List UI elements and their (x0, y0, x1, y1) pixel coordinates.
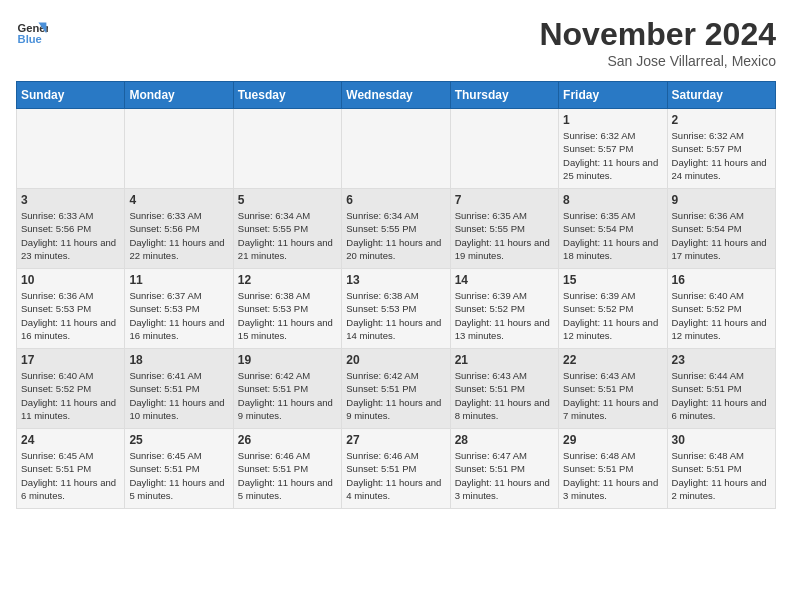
day-number: 14 (455, 273, 554, 287)
calendar-cell: 25Sunrise: 6:45 AM Sunset: 5:51 PM Dayli… (125, 429, 233, 509)
calendar-cell: 6Sunrise: 6:34 AM Sunset: 5:55 PM Daylig… (342, 189, 450, 269)
calendar-cell: 19Sunrise: 6:42 AM Sunset: 5:51 PM Dayli… (233, 349, 341, 429)
month-title: November 2024 (539, 16, 776, 53)
location-subtitle: San Jose Villarreal, Mexico (539, 53, 776, 69)
calendar-cell: 7Sunrise: 6:35 AM Sunset: 5:55 PM Daylig… (450, 189, 558, 269)
calendar-cell (17, 109, 125, 189)
day-number: 6 (346, 193, 445, 207)
day-info: Sunrise: 6:44 AM Sunset: 5:51 PM Dayligh… (672, 369, 771, 422)
day-info: Sunrise: 6:42 AM Sunset: 5:51 PM Dayligh… (238, 369, 337, 422)
day-info: Sunrise: 6:39 AM Sunset: 5:52 PM Dayligh… (563, 289, 662, 342)
calendar-cell: 1Sunrise: 6:32 AM Sunset: 5:57 PM Daylig… (559, 109, 667, 189)
day-number: 10 (21, 273, 120, 287)
day-number: 20 (346, 353, 445, 367)
calendar-cell: 24Sunrise: 6:45 AM Sunset: 5:51 PM Dayli… (17, 429, 125, 509)
svg-text:Blue: Blue (18, 33, 42, 45)
day-info: Sunrise: 6:33 AM Sunset: 5:56 PM Dayligh… (21, 209, 120, 262)
day-info: Sunrise: 6:36 AM Sunset: 5:54 PM Dayligh… (672, 209, 771, 262)
day-info: Sunrise: 6:36 AM Sunset: 5:53 PM Dayligh… (21, 289, 120, 342)
day-info: Sunrise: 6:34 AM Sunset: 5:55 PM Dayligh… (238, 209, 337, 262)
day-number: 18 (129, 353, 228, 367)
weekday-header-friday: Friday (559, 82, 667, 109)
day-number: 22 (563, 353, 662, 367)
day-info: Sunrise: 6:42 AM Sunset: 5:51 PM Dayligh… (346, 369, 445, 422)
calendar-cell (233, 109, 341, 189)
calendar-cell: 28Sunrise: 6:47 AM Sunset: 5:51 PM Dayli… (450, 429, 558, 509)
day-number: 29 (563, 433, 662, 447)
calendar-week-1: 3Sunrise: 6:33 AM Sunset: 5:56 PM Daylig… (17, 189, 776, 269)
day-number: 25 (129, 433, 228, 447)
calendar-cell: 17Sunrise: 6:40 AM Sunset: 5:52 PM Dayli… (17, 349, 125, 429)
day-number: 5 (238, 193, 337, 207)
calendar-cell: 29Sunrise: 6:48 AM Sunset: 5:51 PM Dayli… (559, 429, 667, 509)
day-info: Sunrise: 6:38 AM Sunset: 5:53 PM Dayligh… (346, 289, 445, 342)
day-info: Sunrise: 6:35 AM Sunset: 5:54 PM Dayligh… (563, 209, 662, 262)
calendar-week-2: 10Sunrise: 6:36 AM Sunset: 5:53 PM Dayli… (17, 269, 776, 349)
day-number: 13 (346, 273, 445, 287)
calendar-cell: 12Sunrise: 6:38 AM Sunset: 5:53 PM Dayli… (233, 269, 341, 349)
logo-icon: General Blue (16, 16, 48, 48)
calendar-cell: 5Sunrise: 6:34 AM Sunset: 5:55 PM Daylig… (233, 189, 341, 269)
calendar-cell (450, 109, 558, 189)
calendar-cell: 21Sunrise: 6:43 AM Sunset: 5:51 PM Dayli… (450, 349, 558, 429)
calendar-cell: 26Sunrise: 6:46 AM Sunset: 5:51 PM Dayli… (233, 429, 341, 509)
day-number: 19 (238, 353, 337, 367)
calendar-cell (125, 109, 233, 189)
day-number: 24 (21, 433, 120, 447)
calendar-cell (342, 109, 450, 189)
title-area: November 2024 San Jose Villarreal, Mexic… (539, 16, 776, 69)
day-info: Sunrise: 6:40 AM Sunset: 5:52 PM Dayligh… (672, 289, 771, 342)
day-number: 21 (455, 353, 554, 367)
day-info: Sunrise: 6:43 AM Sunset: 5:51 PM Dayligh… (563, 369, 662, 422)
day-number: 26 (238, 433, 337, 447)
calendar-cell: 11Sunrise: 6:37 AM Sunset: 5:53 PM Dayli… (125, 269, 233, 349)
day-number: 4 (129, 193, 228, 207)
weekday-header-tuesday: Tuesday (233, 82, 341, 109)
day-info: Sunrise: 6:46 AM Sunset: 5:51 PM Dayligh… (238, 449, 337, 502)
day-number: 3 (21, 193, 120, 207)
day-info: Sunrise: 6:32 AM Sunset: 5:57 PM Dayligh… (563, 129, 662, 182)
day-info: Sunrise: 6:48 AM Sunset: 5:51 PM Dayligh… (672, 449, 771, 502)
logo: General Blue (16, 16, 50, 48)
day-info: Sunrise: 6:32 AM Sunset: 5:57 PM Dayligh… (672, 129, 771, 182)
day-number: 17 (21, 353, 120, 367)
day-info: Sunrise: 6:34 AM Sunset: 5:55 PM Dayligh… (346, 209, 445, 262)
day-number: 28 (455, 433, 554, 447)
day-number: 7 (455, 193, 554, 207)
header: General Blue November 2024 San Jose Vill… (16, 16, 776, 69)
day-number: 16 (672, 273, 771, 287)
day-number: 2 (672, 113, 771, 127)
day-info: Sunrise: 6:46 AM Sunset: 5:51 PM Dayligh… (346, 449, 445, 502)
calendar-header: SundayMondayTuesdayWednesdayThursdayFrid… (17, 82, 776, 109)
calendar-week-0: 1Sunrise: 6:32 AM Sunset: 5:57 PM Daylig… (17, 109, 776, 189)
day-info: Sunrise: 6:35 AM Sunset: 5:55 PM Dayligh… (455, 209, 554, 262)
weekday-header-monday: Monday (125, 82, 233, 109)
calendar-cell: 4Sunrise: 6:33 AM Sunset: 5:56 PM Daylig… (125, 189, 233, 269)
calendar-cell: 27Sunrise: 6:46 AM Sunset: 5:51 PM Dayli… (342, 429, 450, 509)
calendar-cell: 2Sunrise: 6:32 AM Sunset: 5:57 PM Daylig… (667, 109, 775, 189)
day-info: Sunrise: 6:33 AM Sunset: 5:56 PM Dayligh… (129, 209, 228, 262)
day-info: Sunrise: 6:45 AM Sunset: 5:51 PM Dayligh… (129, 449, 228, 502)
weekday-row: SundayMondayTuesdayWednesdayThursdayFrid… (17, 82, 776, 109)
calendar-table: SundayMondayTuesdayWednesdayThursdayFrid… (16, 81, 776, 509)
calendar-cell: 20Sunrise: 6:42 AM Sunset: 5:51 PM Dayli… (342, 349, 450, 429)
day-number: 15 (563, 273, 662, 287)
weekday-header-sunday: Sunday (17, 82, 125, 109)
day-number: 11 (129, 273, 228, 287)
day-info: Sunrise: 6:41 AM Sunset: 5:51 PM Dayligh… (129, 369, 228, 422)
weekday-header-thursday: Thursday (450, 82, 558, 109)
day-number: 23 (672, 353, 771, 367)
calendar-cell: 8Sunrise: 6:35 AM Sunset: 5:54 PM Daylig… (559, 189, 667, 269)
day-info: Sunrise: 6:40 AM Sunset: 5:52 PM Dayligh… (21, 369, 120, 422)
calendar-cell: 9Sunrise: 6:36 AM Sunset: 5:54 PM Daylig… (667, 189, 775, 269)
calendar-cell: 16Sunrise: 6:40 AM Sunset: 5:52 PM Dayli… (667, 269, 775, 349)
day-number: 9 (672, 193, 771, 207)
calendar-cell: 23Sunrise: 6:44 AM Sunset: 5:51 PM Dayli… (667, 349, 775, 429)
day-info: Sunrise: 6:47 AM Sunset: 5:51 PM Dayligh… (455, 449, 554, 502)
day-info: Sunrise: 6:37 AM Sunset: 5:53 PM Dayligh… (129, 289, 228, 342)
day-number: 8 (563, 193, 662, 207)
day-info: Sunrise: 6:39 AM Sunset: 5:52 PM Dayligh… (455, 289, 554, 342)
calendar-cell: 18Sunrise: 6:41 AM Sunset: 5:51 PM Dayli… (125, 349, 233, 429)
day-number: 30 (672, 433, 771, 447)
day-info: Sunrise: 6:45 AM Sunset: 5:51 PM Dayligh… (21, 449, 120, 502)
